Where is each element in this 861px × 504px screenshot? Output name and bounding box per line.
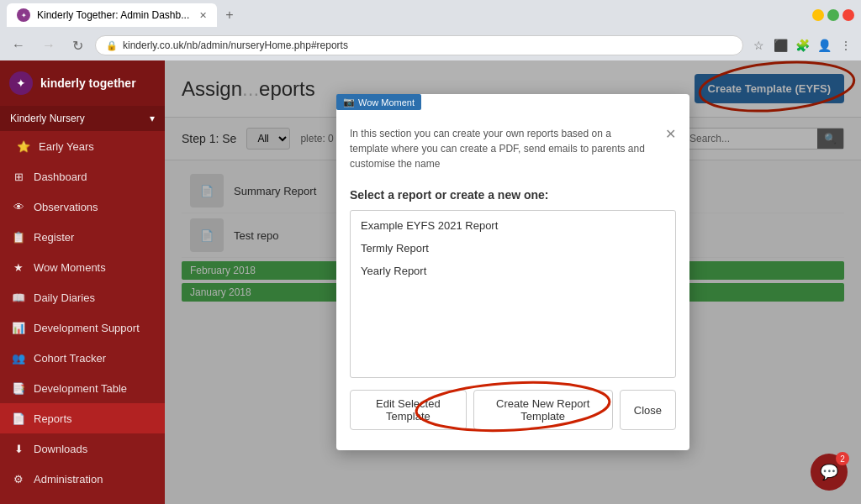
svg-text:✦: ✦ — [16, 76, 26, 90]
brand: ✦ kinderly together — [0, 60, 165, 106]
wow-moments-icon: ★ — [12, 260, 25, 274]
wow-icon: 📷 — [343, 97, 355, 108]
window-minimize-btn[interactable] — [812, 9, 824, 21]
cohort-icon: 👥 — [12, 351, 25, 365]
chat-icon: 💬 — [820, 463, 838, 481]
modal-close-btn[interactable]: ✕ — [665, 126, 676, 142]
sidebar-label-cohort: Cohort Tracker — [34, 352, 106, 365]
sidebar-item-downloads[interactable]: ⬇ Downloads — [0, 433, 165, 464]
window-maximize-btn[interactable] — [827, 9, 839, 21]
sidebar-label-register: Register — [34, 231, 74, 244]
dev-support-icon: 📊 — [12, 321, 25, 334]
url-text: kinderly.co.uk/nb/admin/nurseryHome.php#… — [123, 39, 732, 51]
sidebar-label-observations: Observations — [34, 201, 98, 213]
nursery-selector[interactable]: Kinderly Nursery ▾ — [0, 106, 165, 131]
sidebar-item-development-table[interactable]: 📑 Development Table — [0, 373, 165, 403]
reload-btn[interactable]: ↻ — [67, 36, 88, 55]
listbox-item-1[interactable]: Termly Report — [351, 237, 675, 260]
modal-overlay: 📷 Wow Moment In this section you can cre… — [165, 60, 861, 504]
nursery-name: Kinderly Nursery — [10, 113, 85, 124]
admin-icon: ⚙ — [12, 472, 25, 486]
chat-widget[interactable]: 💬 2 — [811, 454, 848, 491]
forward-btn[interactable]: → — [37, 36, 61, 55]
extensions-icon[interactable]: 🧩 — [794, 37, 811, 54]
brand-name: kinderly together — [40, 76, 136, 90]
sidebar-item-cohort-tracker[interactable]: 👥 Cohort Tracker — [0, 343, 165, 373]
create-new-template-btn[interactable]: Create New Report Template — [473, 390, 613, 430]
new-tab-btn[interactable]: + — [217, 3, 241, 28]
sidebar-label-dev-support: Development Support — [34, 322, 140, 334]
tab-close-btn[interactable]: ✕ — [199, 10, 207, 21]
sidebar-label-admin: Administration — [34, 473, 103, 486]
sidebar-item-dashboard[interactable]: ⊞ Dashboard — [0, 161, 165, 192]
sidebar-item-early-years[interactable]: ⭐ Early Years — [0, 131, 165, 161]
chat-badge: 2 — [836, 452, 849, 465]
listbox-item-2[interactable]: Yearly Report — [351, 260, 675, 282]
modal-description: In this section you can create your own … — [350, 126, 652, 171]
close-modal-btn[interactable]: Close — [620, 390, 676, 430]
sidebar-item-cpd[interactable]: 📚 CPD — [0, 494, 165, 504]
report-listbox[interactable]: Example EYFS 2021 Report Termly Report Y… — [350, 210, 676, 378]
modal-dialog: 📷 Wow Moment In this section you can cre… — [336, 94, 689, 450]
downloads-icon: ⬇ — [12, 442, 25, 455]
sidebar-item-observations[interactable]: 👁 Observations — [0, 192, 165, 222]
edit-template-btn[interactable]: Edit Selected Template — [350, 390, 467, 430]
modal-subtitle: Select a report or create a new one: — [350, 188, 676, 202]
url-bar[interactable]: 🔒 kinderly.co.uk/nb/admin/nurseryHome.ph… — [95, 35, 743, 55]
sidebar-item-reports[interactable]: 📄 Reports — [0, 403, 165, 433]
sidebar-item-daily-diaries[interactable]: 📖 Daily Diaries — [0, 282, 165, 312]
reports-icon: 📄 — [12, 412, 25, 425]
tab-title: Kinderly Together: Admin Dashb... — [37, 9, 189, 21]
sidebar-label-early-years: Early Years — [39, 140, 94, 153]
back-btn[interactable]: ← — [7, 36, 30, 55]
observations-icon: 👁 — [12, 200, 25, 213]
sidebar-item-development-support[interactable]: 📊 Development Support — [0, 312, 165, 343]
dashboard-icon: ⊞ — [12, 170, 25, 183]
menu-icon[interactable]: ⋮ — [837, 37, 854, 54]
cast-icon[interactable]: ⬛ — [772, 37, 789, 54]
sidebar-label-dashboard: Dashboard — [34, 171, 87, 183]
profile-icon[interactable]: 👤 — [816, 37, 832, 54]
tab-favicon — [17, 8, 30, 22]
window-close-btn[interactable] — [843, 9, 854, 21]
wow-tag: 📷 Wow Moment — [336, 94, 421, 110]
listbox-item-0[interactable]: Example EYFS 2021 Report — [351, 214, 675, 237]
sidebar-label-daily-diaries: Daily Diaries — [34, 291, 95, 304]
wow-tag-text: Wow Moment — [358, 97, 415, 108]
sidebar: ✦ kinderly together Kinderly Nursery ▾ ⭐… — [0, 60, 165, 504]
sidebar-label-wow-moments: Wow Moments — [34, 261, 106, 274]
main-content: Assign...eports Create Template (EYFS) S… — [165, 60, 861, 504]
chevron-down-icon: ▾ — [150, 113, 155, 124]
early-years-icon: ⭐ — [17, 139, 30, 153]
brand-logo: ✦ — [8, 71, 34, 96]
register-icon: 📋 — [12, 230, 25, 244]
sidebar-label-dev-table: Development Table — [34, 382, 127, 395]
sidebar-item-wow-moments[interactable]: ★ Wow Moments — [0, 252, 165, 282]
sidebar-item-administration[interactable]: ⚙ Administration — [0, 464, 165, 494]
browser-tab[interactable]: Kinderly Together: Admin Dashb... ✕ — [7, 3, 217, 27]
modal-body: Select a report or create a new one: Exa… — [336, 180, 689, 450]
daily-diaries-icon: 📖 — [12, 291, 25, 304]
dev-table-icon: 📑 — [12, 381, 25, 395]
sidebar-item-register[interactable]: 📋 Register — [0, 222, 165, 252]
sidebar-label-reports: Reports — [34, 412, 72, 425]
sidebar-label-downloads: Downloads — [34, 443, 87, 455]
modal-footer: Edit Selected Template Create New Report… — [350, 390, 676, 437]
bookmark-icon[interactable]: ☆ — [750, 37, 767, 54]
lock-icon: 🔒 — [106, 40, 118, 51]
modal-header: In this section you can create your own … — [336, 114, 689, 180]
